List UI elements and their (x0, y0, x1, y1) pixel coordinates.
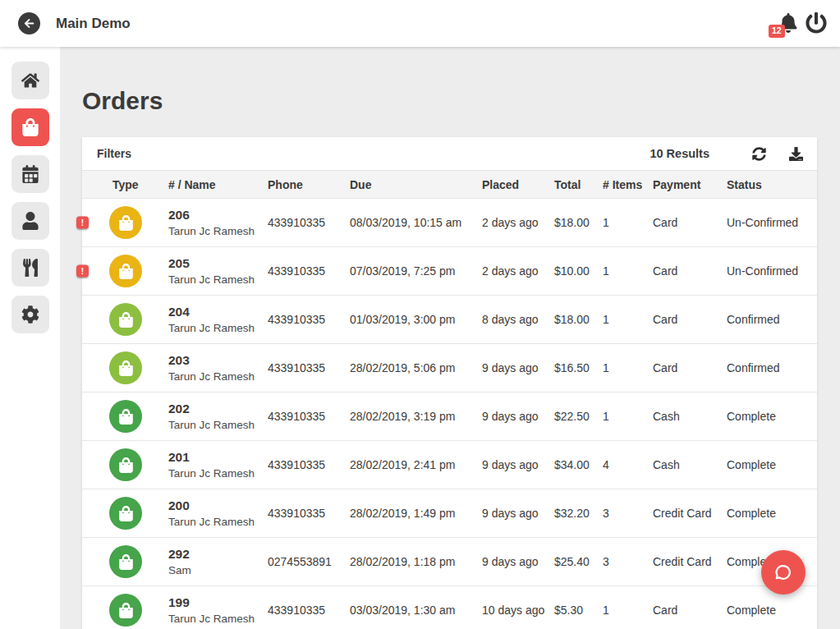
shopping-bag-icon (118, 215, 134, 231)
chat-bubble-icon (773, 562, 794, 583)
order-name-cell: 199 Tarun Jc Ramesh (168, 595, 268, 625)
order-due: 08/03/2019, 10:15 am (350, 216, 482, 229)
order-placed: 9 days ago (482, 507, 554, 520)
sidebar-item-bookings[interactable] (11, 155, 49, 193)
column-header-type: Type (112, 178, 168, 191)
order-customer-name: Tarun Jc Ramesh (168, 322, 268, 334)
order-status: Complete (727, 410, 817, 423)
order-row[interactable]: ! 205 Tarun Jc Ramesh 433910335 07/03/20… (82, 247, 817, 296)
person-icon (21, 212, 39, 230)
page-title: Orders (82, 85, 817, 117)
order-row[interactable]: ! 204 Tarun Jc Ramesh 433910335 01/03/20… (82, 296, 817, 344)
order-phone: 433910335 (268, 361, 350, 374)
order-due: 28/02/2019, 1:49 pm (350, 507, 482, 520)
logout-button[interactable] (806, 12, 827, 34)
order-customer-name: Tarun Jc Ramesh (168, 273, 268, 286)
refresh-button[interactable] (752, 147, 766, 161)
order-phone: 433910335 (268, 313, 350, 326)
order-payment: Credit Card (653, 507, 727, 520)
order-type-cell (112, 303, 168, 336)
order-customer-name: Tarun Jc Ramesh (168, 516, 268, 528)
order-placed: 2 days ago (482, 264, 554, 278)
order-items-count: 1 (603, 361, 653, 374)
order-type-icon (109, 206, 142, 239)
download-button[interactable] (789, 147, 803, 161)
home-icon (21, 71, 39, 90)
order-row[interactable]: ! 200 Tarun Jc Ramesh 433910335 28/02/20… (82, 489, 817, 538)
order-type-cell (112, 594, 168, 627)
order-status: Complete (727, 604, 817, 617)
order-type-cell (112, 497, 168, 530)
order-placed: 9 days ago (482, 361, 554, 374)
order-items-count: 1 (603, 313, 653, 326)
shopping-bag-icon (118, 554, 134, 570)
shopping-bag-icon (118, 506, 134, 521)
order-number: 201 (168, 450, 268, 465)
alert-icon: ! (76, 217, 89, 229)
order-total: $18.00 (554, 313, 603, 326)
order-status: Un-Confirmed (727, 216, 817, 229)
order-number: 205 (168, 256, 268, 271)
orders-table-body: ! 206 Tarun Jc Ramesh 433910335 08/03/20… (82, 199, 817, 629)
shopping-bag-icon (118, 264, 134, 279)
order-phone: 433910335 (268, 264, 350, 278)
download-icon (789, 147, 803, 161)
order-name-cell: 202 Tarun Jc Ramesh (168, 402, 268, 431)
order-due: 28/02/2019, 2:41 pm (350, 458, 482, 471)
order-type-cell (112, 400, 168, 433)
order-customer-name: Tarun Jc Ramesh (168, 225, 268, 237)
order-row[interactable]: ! 206 Tarun Jc Ramesh 433910335 08/03/20… (82, 199, 817, 247)
sidebar-item-customers[interactable] (11, 202, 49, 240)
app-title: Main Demo (56, 16, 131, 32)
order-placed: 9 days ago (482, 458, 554, 471)
sidebar-item-orders[interactable] (11, 108, 49, 146)
shopping-bag-icon (118, 603, 134, 618)
order-total: $10.00 (554, 264, 603, 278)
order-total: $16.50 (554, 361, 603, 374)
notifications-button[interactable]: 12 (775, 11, 798, 35)
back-button[interactable] (18, 12, 40, 34)
help-chat-button[interactable] (761, 550, 806, 595)
main-content: Orders Filters 10 Results Type # / Name … (60, 47, 840, 629)
order-payment: Card (653, 361, 727, 374)
order-number: 199 (168, 595, 268, 610)
order-status: Confirmed (727, 313, 817, 326)
order-type-icon (109, 448, 142, 481)
order-phone: 433910335 (268, 507, 350, 520)
sidebar-item-settings[interactable] (11, 296, 49, 333)
column-header-due: Due (350, 178, 482, 191)
notification-count-badge: 12 (769, 25, 785, 38)
order-row[interactable]: ! 201 Tarun Jc Ramesh 433910335 28/02/20… (82, 441, 817, 489)
order-payment: Card (653, 264, 727, 278)
order-row[interactable]: ! 292 Sam 0274553891 28/02/2019, 1:18 pm… (82, 538, 817, 586)
order-phone: 0274553891 (268, 555, 350, 568)
power-icon (806, 12, 827, 34)
alert-icon: ! (76, 265, 89, 278)
order-type-cell (112, 545, 168, 578)
order-customer-name: Tarun Jc Ramesh (168, 613, 268, 625)
order-type-icon (109, 594, 142, 627)
order-placed: 10 days ago (482, 604, 554, 617)
shopping-bag-icon (21, 118, 39, 136)
refresh-icon (752, 147, 766, 161)
order-row[interactable]: ! 202 Tarun Jc Ramesh 433910335 28/02/20… (82, 393, 817, 441)
order-placed: 9 days ago (482, 555, 554, 568)
order-type-icon (109, 545, 142, 578)
sidebar-item-home[interactable] (11, 62, 49, 99)
filters-toggle[interactable]: Filters (97, 147, 131, 160)
order-row[interactable]: ! 199 Tarun Jc Ramesh 433910335 03/03/20… (82, 586, 817, 629)
order-number: 204 (168, 305, 268, 319)
gear-icon (21, 305, 39, 324)
arrow-left-icon (24, 18, 34, 29)
order-items-count: 1 (603, 410, 653, 423)
column-header-payment: Payment (653, 178, 727, 191)
sidebar-item-menu[interactable] (11, 249, 49, 287)
order-items-count: 1 (603, 216, 653, 229)
column-header-name: # / Name (168, 178, 268, 191)
order-payment: Credit Card (653, 555, 727, 568)
order-status: Un-Confirmed (727, 264, 817, 278)
order-number: 206 (168, 208, 268, 223)
shopping-bag-icon (118, 360, 134, 376)
order-type-cell (112, 448, 168, 481)
order-row[interactable]: ! 203 Tarun Jc Ramesh 433910335 28/02/20… (82, 344, 817, 393)
